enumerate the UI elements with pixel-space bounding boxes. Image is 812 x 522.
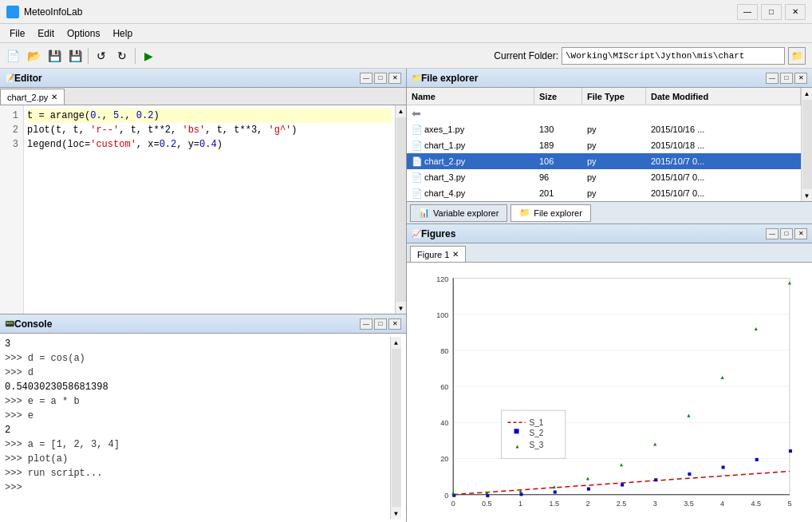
console-content[interactable]: 3 >>> d = cos(a) >>> d 0.540302305868139… (0, 334, 406, 522)
console-max-btn[interactable]: □ (374, 318, 387, 330)
scroll-track[interactable] (396, 117, 406, 302)
undo-button[interactable]: ↺ (92, 46, 111, 65)
app-title: MeteoInfoLab (24, 6, 82, 18)
folder-path[interactable]: \Working\MIScript\Jython\mis\chart (562, 47, 785, 65)
editor-tab-close[interactable]: ✕ (51, 93, 57, 101)
editor-controls: — □ ✕ (360, 73, 401, 84)
code-line-2: plot(t, t, 'r--', t, t**2, 'bs', t, t**3… (27, 123, 392, 137)
file-size-chart2: 106 (534, 156, 582, 167)
file-explorer-min-btn[interactable]: — (766, 73, 778, 84)
close-button[interactable]: ✕ (785, 4, 806, 20)
editor-close-btn[interactable]: ✕ (388, 73, 401, 84)
file-list-area: Name Size File Type Date Modified ⬅ 📄axe… (407, 88, 801, 201)
console-line-1: 3 (5, 337, 390, 351)
editor-scrollbar[interactable]: ▲ ▼ (395, 105, 406, 314)
console-scroll-down[interactable]: ▼ (391, 508, 402, 519)
file-explorer-max-btn[interactable]: □ (780, 73, 793, 84)
file-explorer-tab[interactable]: 📁 File explorer (510, 204, 591, 222)
file-name-chart2: 📄chart_2.py (407, 156, 534, 168)
file-date-chart1: 2015/10/18 ... (646, 140, 801, 151)
console-line-5: >>> e = a * b (5, 394, 390, 409)
scroll-down-arrow[interactable]: ▼ (396, 303, 407, 314)
editor-title: Editor (14, 73, 42, 84)
new-file-button[interactable]: 📄 (3, 46, 22, 65)
editor-tab-chart2[interactable]: chart_2.py ✕ (0, 89, 65, 105)
file-name-axes1: 📄axes_1.py (407, 124, 534, 136)
maximize-button[interactable]: □ (761, 4, 782, 20)
figures-max-btn[interactable]: □ (780, 228, 793, 239)
chart-area: 120 100 80 60 40 20 0 0 0.5 1 1.5 2 2.5 … (407, 263, 812, 522)
file-back-row[interactable]: ⬅ (407, 105, 801, 121)
menu-file[interactable]: File (3, 26, 31, 41)
figure-1-tab[interactable]: Figure 1 ✕ (410, 246, 466, 262)
s2-pt-5 (789, 449, 792, 453)
file-table-header: Name Size File Type Date Modified (407, 88, 801, 105)
console-min-btn[interactable]: — (360, 318, 372, 330)
editor-max-btn[interactable]: □ (374, 73, 387, 84)
figures-close-btn[interactable]: ✕ (794, 228, 807, 239)
app-icon (6, 6, 19, 18)
col-header-type[interactable]: File Type (582, 88, 646, 105)
y-label-40: 40 (440, 419, 448, 427)
toolbar-sep2 (135, 48, 136, 64)
col-header-size[interactable]: Size (534, 88, 582, 105)
col-header-name[interactable]: Name (407, 88, 534, 105)
console-line-6: >>> e (5, 409, 390, 423)
editor-panel: 📝 Editor — □ ✕ chart_2.py ✕ 1 2 3 (0, 69, 406, 314)
folder-bar: Current Folder: \Working\MIScript\Jython… (160, 47, 809, 65)
figures-title: Figures (421, 228, 455, 239)
redo-button[interactable]: ↻ (112, 46, 132, 65)
x-label-3.5: 3.5 (684, 500, 694, 508)
folder-open-button[interactable]: 📁 (788, 47, 806, 65)
open-button[interactable]: 📂 (24, 46, 43, 65)
file-size-chart4: 201 (534, 188, 582, 199)
col-header-date[interactable]: Date Modified (646, 88, 801, 105)
s2-pt-3 (654, 478, 657, 481)
figure-1-close[interactable]: ✕ (452, 250, 459, 259)
var-explorer-tab-icon: 📊 (419, 208, 430, 218)
console-scrollbar[interactable]: ▲ ▼ (390, 337, 401, 519)
x-label-4: 4 (720, 500, 724, 508)
file-row-chart2[interactable]: 📄chart_2.py 106 py 2015/10/7 0... (407, 153, 801, 169)
console-scroll-up[interactable]: ▲ (391, 337, 402, 348)
console-controls: — □ ✕ (360, 318, 401, 330)
file-date-chart4: 2015/10/7 0... (646, 188, 801, 199)
file-row-axes1[interactable]: 📄axes_1.py 130 py 2015/10/16 ... (407, 121, 801, 137)
folder-label: Current Folder: (494, 50, 558, 61)
console-line-2: >>> d = cos(a) (5, 351, 390, 366)
menu-edit[interactable]: Edit (31, 26, 61, 41)
minimize-button[interactable]: — (737, 4, 758, 20)
editor-min-btn[interactable]: — (360, 73, 372, 84)
file-table: Name Size File Type Date Modified ⬅ 📄axe… (407, 88, 812, 201)
figure-1-label: Figure 1 (417, 250, 449, 259)
run-button[interactable]: ▶ (139, 46, 158, 65)
console-line-9: >>> plot(a) (5, 452, 390, 466)
menu-help[interactable]: Help (106, 26, 139, 41)
save-all-button[interactable]: 💾 (65, 46, 85, 65)
file-explorer-header: 📁 File explorer — □ ✕ (407, 69, 812, 88)
code-editor[interactable]: t = arange(0., 5., 0.2) plot(t, t, 'r--'… (24, 105, 395, 314)
file-row-chart4[interactable]: 📄chart_4.py 201 py 2015/10/7 0... (407, 185, 801, 201)
file-row-chart1[interactable]: 📄chart_1.py 189 py 2015/10/18 ... (407, 137, 801, 153)
file-scroll-track[interactable] (802, 100, 812, 189)
file-row-chart3[interactable]: 📄chart_3.py 96 py 2015/10/7 0... (407, 169, 801, 185)
s2-pt-4.5 (755, 458, 759, 461)
console-close-btn[interactable]: ✕ (388, 318, 401, 330)
console-icon: 📟 (5, 319, 14, 328)
file-scrollbar[interactable]: ▲ ▼ (801, 88, 812, 201)
file-scroll-up[interactable]: ▲ (802, 88, 813, 99)
file-scroll-down[interactable]: ▼ (802, 190, 813, 201)
y-label-0: 0 (444, 492, 448, 500)
scroll-up-arrow[interactable]: ▲ (396, 105, 407, 117)
figures-min-btn[interactable]: — (766, 228, 778, 239)
save-button[interactable]: 💾 (45, 46, 64, 65)
file-explorer-close-btn[interactable]: ✕ (794, 73, 807, 84)
x-label-1: 1 (518, 500, 522, 508)
x-label-0: 0 (451, 500, 455, 508)
variable-explorer-tab[interactable]: 📊 Variable explorer (410, 204, 507, 222)
file-type-chart2: py (582, 156, 646, 167)
s2-pt-2 (587, 488, 590, 491)
menu-options[interactable]: Options (61, 26, 106, 41)
console-scroll-track[interactable] (392, 349, 401, 507)
console-line-8: >>> a = [1, 2, 3, 4] (5, 437, 390, 452)
